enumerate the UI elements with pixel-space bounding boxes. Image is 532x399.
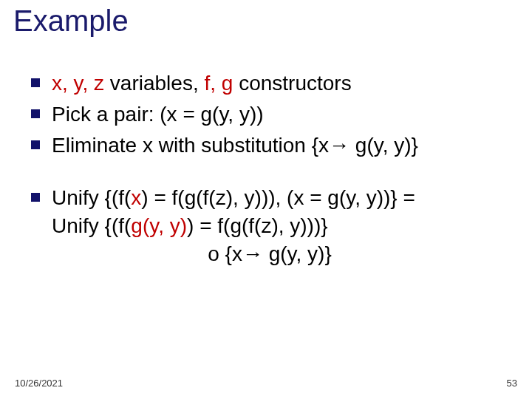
bullet-item-3: Eliminate x with substitution {x→ g(y, y… (31, 132, 510, 160)
slide-footer: 10/26/2021 53 (15, 378, 517, 389)
bullet-item-1: x, y, z variables, f, g constructors (31, 69, 510, 98)
t3b: g(y, y)} (349, 134, 418, 157)
bullet-text-2: Pick a pair: (x = g(y, y)) (52, 100, 510, 129)
t3a: Eliminate x with substitution {x (52, 134, 329, 157)
bullet-item-2: Pick a pair: (x = g(y, y)) (31, 100, 510, 129)
unify-line-1: Unify {(f(x) = f(g(f(z), y))), (x = g(y,… (52, 184, 510, 212)
t1b: constructors (233, 72, 351, 95)
slide-body: x, y, z variables, f, g constructors Pic… (31, 69, 510, 271)
unify-line-3: o {x→ g(y, y)} (30, 240, 510, 268)
t4a: Unify {(f( (52, 186, 131, 209)
bullet-icon (31, 193, 40, 202)
unify-line-2: Unify {(f(g(y, y)) = f(g(f(z), y)))} (52, 212, 510, 240)
t4b: ) = f(g(f(z), y))), (x = g(y, y))} = (141, 186, 415, 209)
bullet-text-3: Eliminate x with substitution {x→ g(y, y… (52, 132, 510, 160)
bullet-item-4: Unify {(f(x) = f(g(f(z), y))), (x = g(y,… (31, 184, 510, 267)
t4c: Unify {(f( (52, 214, 131, 237)
footer-date: 10/26/2021 (15, 378, 63, 389)
x-red: x (131, 186, 141, 209)
arrow-icon: → (329, 134, 349, 157)
bullet-text-4: Unify {(f(x) = f(g(f(z), y))), (x = g(y,… (52, 184, 510, 267)
bullet-icon (31, 140, 40, 149)
slide-title: Example (13, 4, 129, 38)
bullet-icon (31, 109, 40, 118)
footer-page: 53 (507, 378, 517, 389)
fg-red: f, g (204, 72, 233, 95)
spacer (31, 162, 510, 184)
vars-red: x, y, z (52, 72, 104, 95)
bullet-text-1: x, y, z variables, f, g constructors (52, 69, 510, 98)
t4e: o {x (208, 242, 242, 265)
gyy-red: g(y, y) (131, 214, 187, 237)
t1a: variables, (104, 72, 204, 95)
bullet-icon (31, 78, 40, 87)
slide: Example x, y, z variables, f, g construc… (0, 0, 532, 399)
arrow-icon: → (242, 242, 263, 265)
t4f: g(y, y)} (263, 242, 332, 265)
t4d: ) = f(g(f(z), y)))} (187, 214, 328, 237)
